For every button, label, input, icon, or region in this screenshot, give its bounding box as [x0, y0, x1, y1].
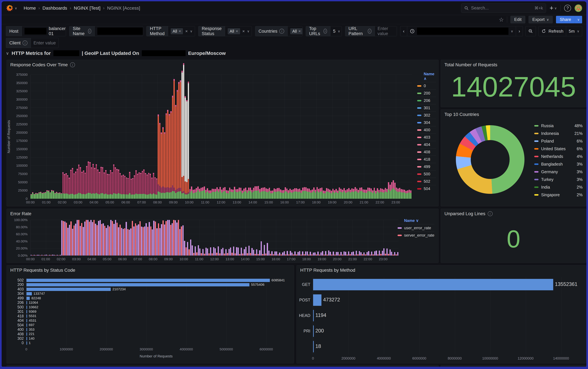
filter-countries-value[interactable]: All × × ∨ [288, 26, 302, 36]
star-button[interactable]: ☆ [499, 16, 504, 23]
help-button[interactable]: ? [564, 5, 571, 12]
error-bar [152, 229, 153, 256]
search-input[interactable]: Search... ⌘+k [461, 3, 546, 13]
info-icon[interactable]: i [324, 29, 327, 34]
info-icon[interactable]: i [88, 29, 92, 34]
stacked-bar-segment [127, 178, 129, 179]
edit-button[interactable]: Edit [510, 16, 525, 23]
filter-chip[interactable]: All × [171, 28, 183, 34]
x-tick-label: 18:00 [312, 200, 321, 204]
legend-item[interactable]: 301 [417, 104, 436, 112]
country-legend-item[interactable]: Indonesia21% [534, 130, 583, 137]
refresh-button[interactable]: Refresh [538, 26, 566, 36]
stacked-bar-segment [156, 195, 157, 199]
time-shift-back-button[interactable]: ‹ [400, 26, 407, 36]
org-switcher[interactable]: ∨ [6, 4, 17, 12]
legend-item[interactable]: server_error_rate [398, 232, 434, 239]
breadcrumb-dashboards[interactable]: Dashboards [42, 6, 67, 11]
filter-top-urls-value[interactable]: 5 ∨ [330, 26, 342, 36]
stacked-bar-segment [124, 177, 126, 194]
info-icon[interactable]: i [22, 41, 27, 45]
legend-sort-header[interactable]: Name ∨ [398, 217, 434, 224]
gridline [237, 75, 237, 199]
legend-item[interactable]: 404 [417, 141, 436, 148]
legend-item[interactable]: 200 [417, 90, 436, 97]
stacked-bar-segment [371, 188, 372, 192]
legend-item[interactable]: 302 [417, 112, 436, 119]
country-legend-item[interactable]: United States6% [534, 145, 583, 153]
error-bar [144, 226, 145, 256]
panel-title-text: HTTP Requests by Status Code [10, 268, 75, 273]
legend-item[interactable]: 504 [417, 185, 436, 192]
legend-swatch [398, 227, 402, 229]
filter-http-method-value[interactable]: All × × ∨ [168, 26, 195, 36]
panel-title[interactable]: HTTP Requests by Method [300, 268, 355, 273]
error-bar [57, 255, 58, 256]
filter-url-pattern-input[interactable]: Enter value [375, 26, 397, 36]
legend-item[interactable]: 403 [417, 133, 436, 141]
stacked-bar-segment [64, 194, 65, 199]
legend-item[interactable]: 0 [417, 82, 436, 90]
legend-item[interactable]: 500 [417, 170, 436, 178]
info-icon[interactable]: i [368, 29, 371, 34]
breadcrumb-home[interactable]: Home [24, 6, 36, 11]
stacked-bar-segment [142, 171, 143, 172]
country-legend-item[interactable]: Singapore2% [534, 191, 583, 199]
remove-chip-icon[interactable]: × [299, 29, 301, 33]
filter-chip[interactable]: All × [228, 28, 240, 34]
new-button[interactable]: + ∨ [550, 4, 557, 12]
share-button[interactable]: Share [556, 16, 575, 23]
country-name: Russia [541, 123, 572, 128]
remove-chip-icon[interactable]: × [179, 29, 181, 33]
country-legend-item[interactable]: Bangladesh3% [534, 160, 583, 168]
filter-site-name-value[interactable]: ∨ [95, 26, 143, 36]
legend-label: 206 [424, 98, 430, 103]
panel-title[interactable]: HTTP Requests by Status Code [10, 268, 75, 273]
country-legend-item[interactable]: Russia48% [534, 122, 583, 130]
error-bar [96, 225, 98, 256]
row-title-prefix[interactable]: HTTP Metrics for [12, 51, 51, 56]
row-collapse-icon[interactable]: ∨ [6, 51, 9, 56]
legend-item[interactable]: 502 [417, 178, 436, 185]
clear-all-icon[interactable]: × [185, 29, 188, 34]
refresh-interval-picker[interactable]: 5m ∨ [566, 26, 582, 36]
legend-item[interactable]: 304 [417, 119, 436, 126]
legend-item[interactable]: user_error_rate [398, 224, 434, 232]
info-icon[interactable]: i [279, 29, 284, 34]
filter-host-value[interactable]: balancer-01 ∨ [22, 26, 66, 36]
remove-chip-icon[interactable]: × [236, 29, 238, 33]
error-bar [212, 253, 213, 256]
filter-response-status-value[interactable]: All × × ∨ [225, 26, 252, 36]
panel-title[interactable]: Response Codes Over Time i [10, 62, 75, 67]
user-avatar[interactable] [575, 4, 582, 12]
legend-item[interactable]: 499 [417, 163, 436, 170]
country-legend-item[interactable]: Germany3% [534, 168, 583, 176]
legend-item[interactable]: 400 [417, 126, 436, 133]
breadcrumb-folder[interactable]: NGINX [Test] [74, 6, 101, 11]
legend-item[interactable]: 408 [417, 148, 436, 156]
time-shift-forward-button[interactable]: › [516, 26, 523, 36]
export-button[interactable]: Export ∨ [528, 16, 553, 23]
country-legend-item[interactable]: Turkey3% [534, 176, 583, 183]
panel-title[interactable]: Error Rate [10, 211, 31, 216]
stacked-bar-segment [264, 191, 265, 199]
country-legend-item[interactable]: India2% [534, 183, 583, 191]
country-legend-item[interactable]: Netherlands4% [534, 153, 583, 160]
stacked-bar-segment [326, 192, 327, 199]
legend-sort-header[interactable]: Name ∧ [417, 71, 436, 82]
stacked-bar-segment [155, 194, 156, 199]
info-icon[interactable]: i [70, 62, 75, 67]
time-range-picker[interactable]: ∨ [407, 26, 516, 36]
stacked-bar-segment [350, 193, 351, 199]
time-zoom-out-button[interactable] [526, 26, 536, 36]
stacked-bar-segment [328, 189, 329, 192]
filter-chip[interactable]: All × [290, 28, 302, 34]
share-menu-button[interactable]: ∨ [575, 16, 582, 23]
legend-item[interactable]: 206 [417, 97, 436, 104]
stacked-bar-segment [132, 178, 134, 179]
clear-all-icon[interactable]: × [242, 29, 245, 34]
country-legend-item[interactable]: Poland6% [534, 137, 583, 145]
filter-client-input[interactable]: Enter value [31, 38, 59, 48]
legend-item[interactable]: 418 [417, 156, 436, 163]
panel-title[interactable]: Top 10 Countries [444, 112, 479, 117]
